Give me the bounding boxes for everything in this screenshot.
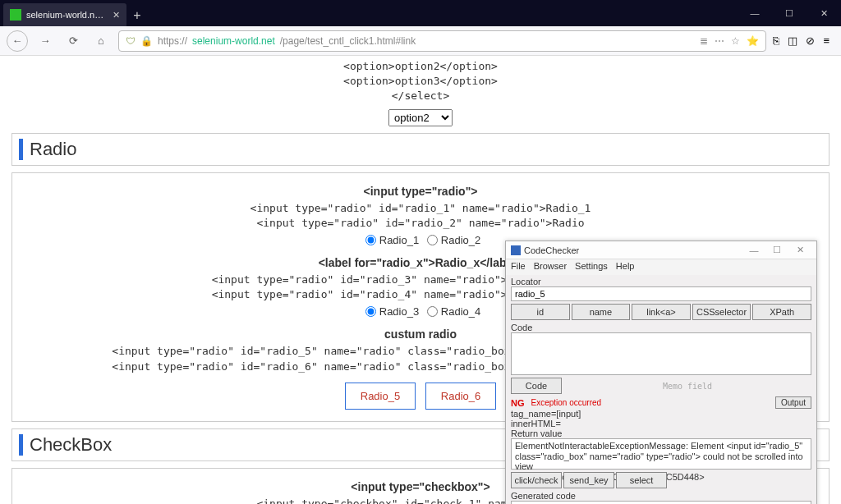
xpath-button[interactable]: XPath [752,304,811,320]
radio-sub1: <input type="radio"> [16,185,825,198]
window-minimize[interactable]: — [738,0,772,26]
click-check-button[interactable]: click/check [511,472,562,488]
radio-section: Radio [11,133,830,166]
library-icon[interactable]: ⎘ [773,34,779,47]
address-bar: ← → ⟳ ⌂ 🛡 🔒 https://selenium-world.net/p… [0,26,841,56]
output-button[interactable]: Output [775,396,811,409]
radio1-input[interactable] [365,235,376,245]
browser-tab[interactable]: selenium-world.net/page/test… ✕ [3,3,126,26]
url-input[interactable]: 🛡 🔒 https://selenium-world.net/page/test… [118,30,766,52]
radio6-custom-button[interactable]: Radio_6 [425,383,496,410]
tab-title: selenium-world.net/page/test… [26,10,108,20]
radio2-label[interactable]: Radio_2 [422,234,480,246]
hamburger-menu-icon[interactable]: ≡ [823,34,830,47]
radio-heading: Radio [19,139,822,160]
toolbar-right: ⎘ ◫ ⊘ ≡ [773,34,834,47]
menu-browser[interactable]: Browser [534,261,567,273]
generated-code-output[interactable]: driver.find_element_by_id('radio_5') [511,501,811,504]
tab-close-icon[interactable]: ✕ [113,10,120,21]
lock-icon: 🔒 [140,35,153,47]
tab-favicon [10,9,21,21]
url-path: /page/test_cntl_click1.html#link [280,35,416,47]
locator-input[interactable] [511,286,811,301]
select-button[interactable]: select [616,472,667,488]
window-close[interactable]: ✕ [807,0,841,26]
cc-minimize[interactable]: — [742,245,765,255]
code-run-button[interactable]: Code [511,378,562,394]
reader-icon[interactable]: ≣ [700,35,708,47]
status-exception: Exception occurred [531,398,602,407]
nav-forward-button[interactable]: → [34,30,56,52]
memo-placeholder: Memo field [563,382,811,391]
app-icon [511,245,521,255]
page-viewport: <option>option2</option> <option>option3… [0,56,841,504]
nav-reload-button[interactable]: ⟳ [62,30,84,52]
window-maximize[interactable]: ☐ [772,0,807,26]
tagname-label: tag_name=[input] [511,409,811,419]
menu-settings[interactable]: Settings [575,261,608,273]
send-key-button[interactable]: send_key [563,472,614,488]
action-row: click/check send_key select [511,472,811,488]
returnvalue-label: Return value [511,428,811,438]
radio1-code: <input type="radio" id="radio_1" name="r… [16,201,825,216]
cc-close[interactable]: ✕ [788,245,811,255]
shield-icon: 🛡 [126,35,136,47]
returnvalue-box: ElementNotInteractableExceptionMessage: … [511,438,811,470]
window-controls: — ☐ ✕ [738,0,841,26]
css-button[interactable]: CSSselector [692,304,751,320]
menu-dots-icon[interactable]: ⋯ [715,35,724,47]
code-label: Code [511,323,811,332]
menu-help[interactable]: Help [616,261,635,273]
radio4-input[interactable] [427,306,438,317]
cc-maximize[interactable]: ☐ [765,245,788,255]
locator-label: Locator [511,277,811,286]
option-select[interactable]: option2 [388,109,453,126]
locator-strategy-row: id name link<a> CSSselector XPath [511,304,811,320]
pocket-icon[interactable]: ⭐ [747,35,759,47]
star-icon[interactable]: ☆ [731,35,740,47]
radio3-input[interactable] [365,306,376,317]
codechecker-window[interactable]: CodeChecker — ☐ ✕ File Browser Settings … [505,241,817,504]
titlebar: selenium-world.net/page/test… ✕ + — ☐ ✕ [0,0,841,26]
select-close-code: </select> [7,89,834,103]
radio1-label[interactable]: Radio_1 [361,234,419,246]
generated-code-label: Generated code [511,491,811,501]
radio3-label[interactable]: Radio_3 [361,305,419,318]
status-ng: NG [511,398,525,408]
link-button[interactable]: link<a> [632,304,691,320]
innerhtml-label: innerHTML= [511,419,811,428]
codechecker-titlebar[interactable]: CodeChecker — ☐ ✕ [506,241,816,259]
url-protocol: https:// [158,35,187,47]
option2-code: <option>option2</option> [7,59,834,74]
codechecker-menubar: File Browser Settings Help [506,259,816,275]
nav-home-button[interactable]: ⌂ [90,30,112,52]
id-button[interactable]: id [511,304,570,320]
codechecker-title: CodeChecker [524,245,742,255]
option3-code: <option>option3</option> [7,74,834,89]
menu-file[interactable]: File [511,261,526,273]
radio5-custom-button[interactable]: Radio_5 [345,383,416,410]
url-host: selenium-world.net [192,35,275,47]
nav-back-button[interactable]: ← [7,30,28,52]
code-textarea[interactable] [511,332,811,375]
name-button[interactable]: name [572,304,631,320]
radio2-code: <input type="radio" id="radio_2" name="r… [16,216,825,231]
sidebar-toggle-icon[interactable]: ◫ [788,34,797,47]
radio2-input[interactable] [427,235,438,245]
new-tab-button[interactable]: + [126,5,148,26]
radio4-label[interactable]: Radio_4 [422,305,480,318]
account-icon[interactable]: ⊘ [806,34,815,47]
